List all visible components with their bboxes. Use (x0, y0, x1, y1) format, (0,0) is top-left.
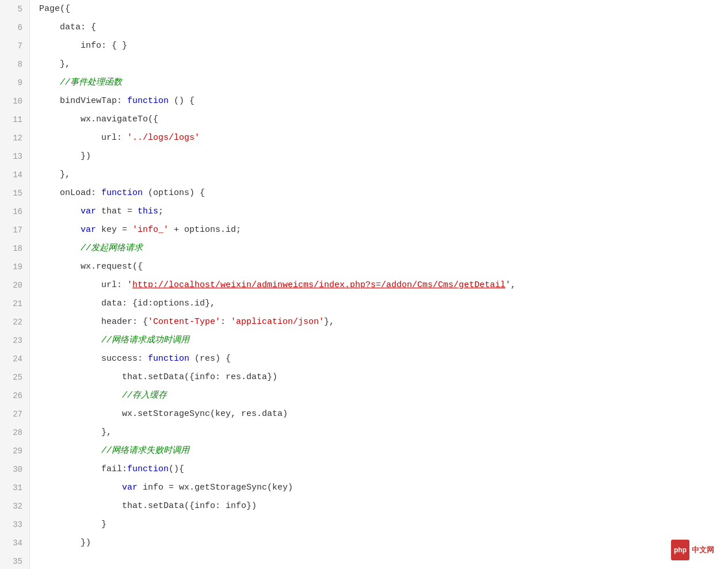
code-line: bindViewTap: function () { (39, 92, 719, 110)
code-line: }) (39, 534, 719, 552)
code-line: //网络请求失败时调用 (39, 442, 719, 460)
token: (res) { (189, 354, 231, 364)
token: : (220, 317, 231, 327)
code-line: url: 'http://localhost/weixin/adminweicm… (39, 276, 719, 295)
line-numbers: 5678910111213141516171819202122232425262… (0, 0, 30, 569)
code-line: url: '../logs/logs' (39, 129, 719, 147)
code-line: //存入缓存 (39, 387, 719, 405)
token: fail: (39, 464, 127, 474)
line-number: 21 (5, 295, 22, 313)
line-number: 15 (5, 184, 22, 203)
line-number: 27 (5, 405, 22, 423)
token: 'Content-Type' (148, 317, 220, 327)
token: wx.request({ (39, 262, 143, 272)
line-number: 24 (5, 350, 22, 368)
line-number: 31 (5, 479, 22, 497)
token: Page({ (39, 4, 70, 14)
code-line: wx.request({ (39, 258, 719, 276)
code-line: var that = this; (39, 203, 719, 221)
code-line: info: { } (39, 37, 719, 55)
code-line: onLoad: function (options) { (39, 184, 719, 203)
token: bindViewTap: (39, 96, 127, 106)
code-line: fail:function(){ (39, 460, 719, 479)
line-number: 8 (5, 55, 22, 74)
token: }, (39, 170, 70, 180)
code-content[interactable]: Page({ data: { info: { } }, //事件处理函数 bin… (30, 0, 728, 569)
code-line: data: {id:options.id}, (39, 295, 719, 313)
token: url: (39, 133, 127, 143)
line-number: 30 (5, 460, 22, 479)
code-line: }, (39, 55, 719, 74)
token: }, (39, 427, 112, 437)
line-number: 12 (5, 129, 22, 147)
code-line: success: function (res) { (39, 350, 719, 368)
line-number: 22 (5, 313, 22, 331)
token: () { (169, 96, 195, 106)
token: //事件处理函数 (39, 78, 122, 87)
code-line: var key = 'info_' + options.id; (39, 221, 719, 239)
line-number: 19 (5, 258, 22, 276)
code-line: wx.setStorageSync(key, res.data) (39, 405, 719, 423)
line-number: 23 (5, 331, 22, 350)
line-number: 17 (5, 221, 22, 239)
code-line: }, (39, 423, 719, 442)
line-number: 16 (5, 203, 22, 221)
token (39, 483, 122, 492)
code-line: that.setData({info: res.data}) (39, 368, 719, 387)
line-number: 18 (5, 239, 22, 258)
code-line: }, (39, 166, 719, 184)
token: function (127, 464, 169, 474)
watermark-php-label: php (671, 540, 689, 560)
line-number: 28 (5, 423, 22, 442)
token: wx.navigateTo({ (39, 114, 158, 124)
code-line: wx.navigateTo({ (39, 110, 719, 129)
token: } (39, 520, 106, 529)
token (39, 225, 81, 235)
token: data: { (39, 22, 96, 32)
token: http://localhost/weixin/adminweicms/inde… (132, 280, 505, 290)
code-line: //事件处理函数 (39, 74, 719, 92)
token: that.setData({info: info}) (39, 501, 257, 511)
code-line: }) (39, 147, 719, 166)
line-number: 33 (5, 515, 22, 534)
code-line: data: { (39, 18, 719, 37)
line-number: 26 (5, 387, 22, 405)
line-number: 20 (5, 276, 22, 295)
watermark-site-label: 中文网 (692, 541, 714, 559)
token: (options) { (143, 188, 205, 198)
token: }) (39, 151, 91, 161)
token: wx.setStorageSync(key, res.data) (39, 409, 288, 419)
token: function (101, 188, 143, 198)
code-line: header: {'Content-Type': 'application/js… (39, 313, 719, 331)
token: info = wx.getStorageSync(key) (138, 483, 293, 492)
token: }, (324, 317, 334, 327)
token: this (138, 207, 158, 216)
token: function (148, 354, 189, 364)
line-number: 7 (5, 37, 22, 55)
line-number: 9 (5, 74, 22, 92)
line-number: 5 (5, 0, 22, 18)
token (39, 207, 81, 216)
token: }) (39, 538, 91, 548)
line-number: 29 (5, 442, 22, 460)
line-number: 14 (5, 166, 22, 184)
line-number: 32 (5, 497, 22, 515)
code-line: Page({ (39, 0, 719, 18)
token: }, (39, 59, 70, 69)
token: (){ (169, 464, 184, 474)
token: 'application/json' (231, 317, 324, 327)
line-number: 10 (5, 92, 22, 110)
line-number: 34 (5, 534, 22, 552)
token: //存入缓存 (39, 391, 167, 400)
token: that = (96, 207, 138, 216)
code-line: //网络请求成功时调用 (39, 331, 719, 350)
token: ; (158, 207, 163, 216)
token: data: {id:options.id}, (39, 299, 215, 308)
token: key = (96, 225, 132, 235)
line-number: 11 (5, 110, 22, 129)
code-container: 5678910111213141516171819202122232425262… (0, 0, 728, 569)
token: function (127, 96, 169, 106)
token: //网络请求失败时调用 (39, 446, 189, 456)
line-number: 35 (5, 552, 22, 569)
token: ', (505, 280, 516, 290)
